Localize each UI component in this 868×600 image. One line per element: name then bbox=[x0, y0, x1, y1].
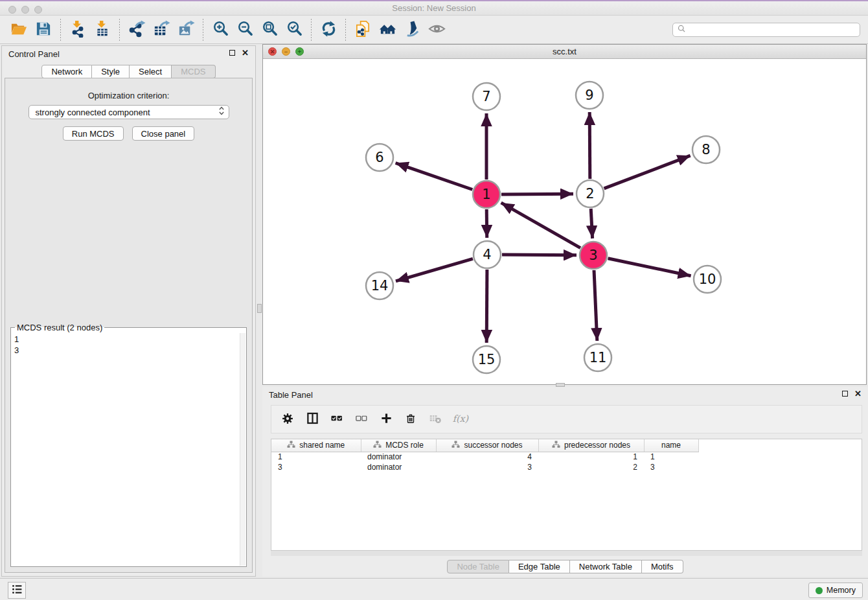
tab-style[interactable]: Style bbox=[92, 65, 130, 78]
deselect-all-icon bbox=[355, 413, 368, 426]
node-7[interactable]: 7 bbox=[473, 83, 500, 110]
save-session-button[interactable] bbox=[31, 17, 56, 42]
delete-columns-button[interactable] bbox=[401, 409, 420, 430]
copy-style-button[interactable] bbox=[350, 17, 375, 42]
zoom-out-button[interactable] bbox=[233, 17, 257, 42]
cell-MCDS-role[interactable]: dominator bbox=[361, 462, 436, 472]
svg-text:10: 10 bbox=[699, 271, 716, 287]
export-network-button[interactable] bbox=[124, 17, 149, 42]
memory-button[interactable]: Memory bbox=[808, 583, 863, 598]
tab-network[interactable]: Network bbox=[41, 65, 92, 78]
node-3[interactable]: 3 bbox=[580, 242, 607, 269]
edge-1-2[interactable] bbox=[501, 194, 573, 194]
splitter-handle-left[interactable] bbox=[257, 304, 262, 313]
svg-text:1: 1 bbox=[482, 187, 490, 202]
import-table-button[interactable] bbox=[90, 17, 115, 42]
table-row[interactable]: 3dominator323 bbox=[271, 462, 698, 472]
mcds-result-text[interactable]: 13 bbox=[11, 332, 239, 566]
cell-predecessor-nodes[interactable]: 1 bbox=[538, 452, 644, 462]
cell-name[interactable]: 3 bbox=[644, 462, 698, 472]
float-panel-icon[interactable] bbox=[229, 50, 235, 56]
node-9[interactable]: 9 bbox=[576, 82, 603, 109]
tab-mcds[interactable]: MCDS bbox=[172, 65, 215, 78]
edge-2-3[interactable] bbox=[591, 209, 592, 238]
select-all-icon bbox=[330, 413, 343, 426]
close-panel-icon[interactable]: ✕ bbox=[242, 49, 249, 56]
cell-name[interactable]: 1 bbox=[644, 452, 698, 462]
node-4[interactable]: 4 bbox=[474, 241, 501, 268]
search-input[interactable] bbox=[689, 25, 856, 34]
node-2[interactable]: 2 bbox=[577, 180, 604, 207]
node-14[interactable]: 14 bbox=[366, 272, 393, 299]
export-image-button[interactable] bbox=[174, 17, 198, 42]
node-6[interactable]: 6 bbox=[366, 144, 393, 171]
apply-layout-button[interactable] bbox=[316, 17, 341, 42]
table-tab-node-table[interactable]: Node Table bbox=[447, 560, 509, 573]
paint-style-button[interactable] bbox=[400, 17, 424, 42]
column-header-shared-name[interactable]: shared name bbox=[271, 439, 361, 452]
node-15[interactable]: 15 bbox=[473, 346, 500, 373]
show-columns-button[interactable] bbox=[303, 409, 322, 430]
edge-4-3[interactable] bbox=[502, 255, 577, 255]
column-header-successor-nodes[interactable]: successor nodes bbox=[436, 439, 538, 452]
network-window-titlebar[interactable]: ✕−+ scc.txt bbox=[263, 45, 866, 59]
mcds-result-line: 1 bbox=[14, 334, 239, 345]
cell-predecessor-nodes[interactable]: 2 bbox=[538, 462, 644, 472]
memory-status-icon bbox=[816, 587, 823, 594]
eye-icon bbox=[428, 20, 446, 40]
edge-3-11[interactable] bbox=[594, 270, 597, 341]
edge-1-4[interactable] bbox=[486, 209, 487, 238]
network-canvas[interactable]: 1234678910111415 bbox=[263, 59, 866, 384]
svg-text:6: 6 bbox=[375, 150, 383, 165]
zoom-fit-button[interactable] bbox=[257, 17, 282, 42]
table-tab-motifs[interactable]: Motifs bbox=[642, 560, 683, 573]
column-header-MCDS-role[interactable]: MCDS role bbox=[361, 439, 436, 452]
task-history-button[interactable] bbox=[8, 582, 26, 599]
run-mcds-button[interactable]: Run MCDS bbox=[63, 126, 124, 141]
deselect-all-columns-button[interactable] bbox=[352, 409, 371, 430]
node-11[interactable]: 11 bbox=[584, 344, 611, 371]
zoom-selected-button[interactable] bbox=[282, 17, 306, 42]
edge-4-14[interactable] bbox=[396, 259, 473, 281]
edge-2-9[interactable] bbox=[589, 112, 590, 179]
table-hscrollbar[interactable] bbox=[271, 551, 862, 556]
node-8[interactable]: 8 bbox=[692, 136, 720, 163]
import-network-button[interactable] bbox=[65, 17, 90, 42]
mcds-result-box: MCDS result (2 nodes) 13 bbox=[10, 323, 247, 567]
first-neighbors-button[interactable] bbox=[375, 17, 400, 42]
cell-MCDS-role[interactable]: dominator bbox=[361, 452, 436, 462]
result-scrollbar[interactable] bbox=[240, 333, 246, 566]
node-10[interactable]: 10 bbox=[694, 266, 721, 293]
table-tab-edge-table[interactable]: Edge Table bbox=[509, 560, 570, 573]
title-bar: Session: New Session bbox=[0, 1, 868, 16]
table-tab-network-table[interactable]: Network Table bbox=[570, 560, 642, 573]
svg-text:11: 11 bbox=[589, 350, 607, 365]
export-table-button[interactable] bbox=[149, 17, 174, 42]
cell-shared-name[interactable]: 1 bbox=[271, 452, 361, 462]
close-panel-icon[interactable]: ✕ bbox=[854, 390, 862, 397]
criterion-select[interactable]: strongly connected component bbox=[29, 105, 229, 119]
tab-select[interactable]: Select bbox=[130, 65, 172, 78]
select-all-columns-button[interactable] bbox=[327, 409, 347, 430]
cell-successor-nodes[interactable]: 4 bbox=[436, 452, 538, 462]
column-header-name[interactable]: name bbox=[644, 439, 698, 452]
open-session-button[interactable] bbox=[6, 17, 31, 42]
edge-1-6[interactable] bbox=[396, 163, 473, 190]
table-options-button[interactable] bbox=[278, 409, 297, 430]
create-column-button[interactable] bbox=[376, 409, 396, 430]
style-brush-icon bbox=[404, 20, 421, 40]
float-panel-icon[interactable] bbox=[842, 391, 848, 397]
edge-4-15[interactable] bbox=[486, 270, 487, 343]
node-1[interactable]: 1 bbox=[473, 181, 500, 208]
cell-successor-nodes[interactable]: 3 bbox=[436, 462, 538, 472]
cell-shared-name[interactable]: 3 bbox=[271, 462, 361, 472]
show-hide-graphics-button[interactable] bbox=[424, 17, 449, 42]
column-header-predecessor-nodes[interactable]: predecessor nodes bbox=[538, 439, 644, 452]
close-panel-button[interactable]: Close panel bbox=[132, 126, 195, 141]
table-row[interactable]: 1dominator411 bbox=[271, 452, 698, 462]
app-window: Session: New Session Control Panel ✕ Net… bbox=[0, 0, 868, 600]
edge-3-10[interactable] bbox=[608, 259, 691, 276]
zoom-in-button[interactable] bbox=[208, 17, 233, 42]
edge-3-1[interactable] bbox=[501, 203, 580, 248]
edge-2-8[interactable] bbox=[604, 156, 691, 189]
